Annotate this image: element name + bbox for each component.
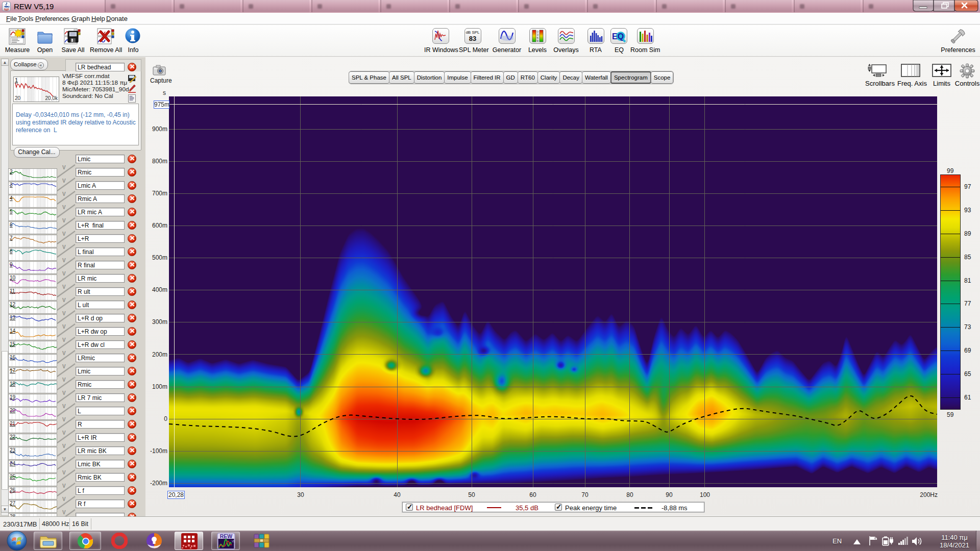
svg-text:REW: REW: [220, 533, 233, 539]
svg-text:V5.1: V5.1: [232, 540, 235, 543]
svg-text:EQ: EQ: [612, 32, 624, 41]
svg-text:9: 9: [537, 39, 539, 42]
svg-text:dB SPL: dB SPL: [465, 30, 480, 35]
svg-text:83: 83: [469, 35, 476, 42]
